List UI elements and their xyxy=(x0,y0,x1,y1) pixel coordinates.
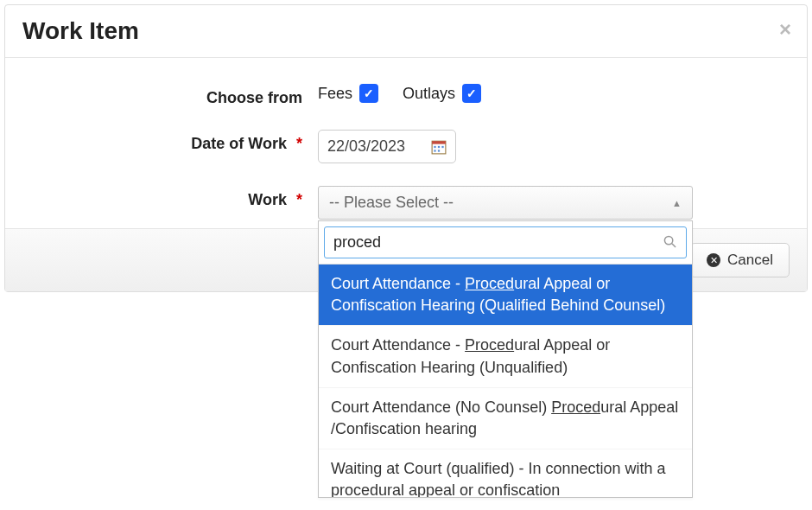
modal-body: Choose from Fees ✓ Outlays ✓ Date of Wor… xyxy=(5,58,807,228)
work-option-item[interactable]: Court Attendance (No Counsel) Procedural… xyxy=(319,388,692,449)
svg-rect-1 xyxy=(432,141,446,143)
row-date-of-work: Date of Work * xyxy=(26,130,786,163)
fees-checkbox-group: Fees ✓ xyxy=(318,84,378,103)
modal-header: Work Item × xyxy=(5,5,807,58)
work-option-item[interactable]: Waiting at Court (qualified) - In connec… xyxy=(319,449,692,497)
work-dropdown: Court Attendance - Procedural Appeal or … xyxy=(318,220,693,498)
cancel-button[interactable]: ✕ Cancel xyxy=(690,243,790,277)
work-item-modal: Work Item × Choose from Fees ✓ Outlays ✓… xyxy=(4,4,808,292)
fees-checkbox[interactable]: ✓ xyxy=(359,84,378,103)
close-icon[interactable]: × xyxy=(779,19,791,40)
svg-rect-4 xyxy=(441,145,443,147)
row-work: Work * -- Please Select -- ▲ Court Atten… xyxy=(26,186,786,220)
svg-rect-5 xyxy=(434,150,435,151)
outlays-checkbox[interactable]: ✓ xyxy=(462,84,481,103)
work-text: Work xyxy=(248,191,287,208)
row-choose-from: Choose from Fees ✓ Outlays ✓ xyxy=(26,84,786,107)
svg-rect-2 xyxy=(434,145,435,147)
label-work: Work * xyxy=(26,186,318,209)
work-select[interactable]: -- Please Select -- ▲ xyxy=(318,186,693,220)
date-of-work-input[interactable] xyxy=(327,137,422,156)
date-of-work-text: Date of Work xyxy=(191,135,287,152)
outlays-checkbox-group: Outlays ✓ xyxy=(403,84,481,103)
calendar-icon[interactable] xyxy=(431,139,447,155)
work-select-placeholder: -- Please Select -- xyxy=(329,194,454,212)
outlays-label: Outlays xyxy=(403,85,455,103)
date-input-col xyxy=(318,130,786,163)
dropdown-search-wrap xyxy=(319,221,692,264)
cancel-label: Cancel xyxy=(727,252,773,269)
cancel-icon: ✕ xyxy=(707,253,720,267)
work-options-list[interactable]: Court Attendance - Procedural Appeal or … xyxy=(319,264,692,497)
svg-rect-6 xyxy=(438,150,440,151)
chevron-up-icon: ▲ xyxy=(672,198,682,208)
work-input-col: -- Please Select -- ▲ Court Attendance -… xyxy=(318,186,786,220)
fees-label: Fees xyxy=(318,85,352,103)
work-option-item[interactable]: Court Attendance - Procedural Appeal or … xyxy=(319,326,692,387)
label-date-of-work: Date of Work * xyxy=(26,130,318,153)
label-choose-from: Choose from xyxy=(26,84,318,107)
modal-title: Work Item xyxy=(22,17,790,45)
work-search-input[interactable] xyxy=(324,226,687,258)
svg-rect-3 xyxy=(438,145,440,147)
date-input-wrap[interactable] xyxy=(318,130,456,163)
required-mark: * xyxy=(296,135,302,152)
work-option-item[interactable]: Court Attendance - Procedural Appeal or … xyxy=(319,265,692,326)
required-mark: * xyxy=(296,191,302,208)
checkboxes-choose-from: Fees ✓ Outlays ✓ xyxy=(318,84,786,103)
